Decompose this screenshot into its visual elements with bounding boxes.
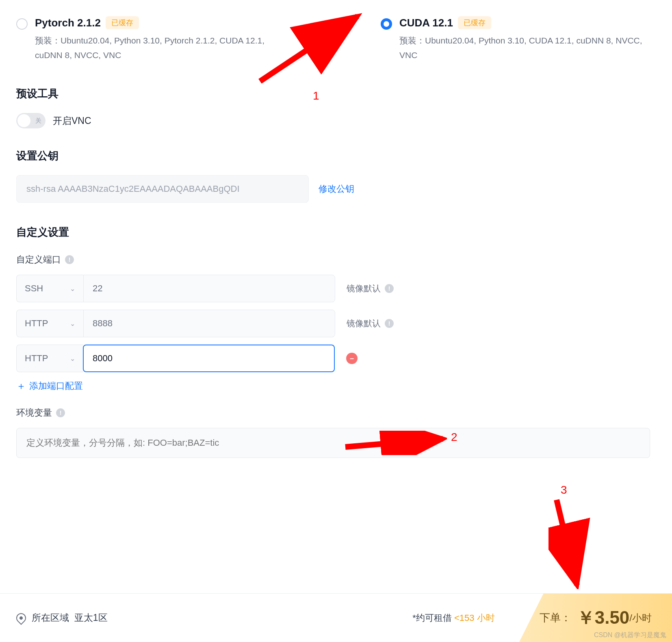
info-icon[interactable]: ! [385, 284, 394, 293]
footer-bar: 所在区域 亚太1区 *约可租借 <153 小时 下单： ￥3.50/小时 [0, 593, 672, 642]
proto-label: SSH [25, 283, 43, 294]
remove-port-button[interactable]: － [346, 353, 358, 364]
radio-pytorch[interactable] [16, 18, 28, 30]
mirror-default-label: 镜像默认 ! [347, 283, 394, 294]
port-input-http-2[interactable] [83, 345, 335, 372]
env-var-label: 环境变量 ! [16, 407, 656, 419]
chevron-down-icon: ⌄ [70, 285, 75, 293]
custom-port-label: 自定义端口 ! [16, 254, 656, 266]
edit-pubkey-link[interactable]: 修改公钥 [319, 183, 354, 195]
proto-select-http-1[interactable]: HTTP ⌄ [16, 310, 83, 337]
cuda-desc: 预装：Ubuntu20.04, Python 3.10, CUDA 12.1, … [399, 33, 656, 62]
proto-select-http-2[interactable]: HTTP ⌄ [16, 345, 83, 372]
proto-select-ssh[interactable]: SSH ⌄ [16, 275, 83, 302]
proto-label: HTTP [25, 318, 48, 329]
cached-badge: 已缓存 [458, 16, 491, 29]
port-row-http-2: HTTP ⌄ － [16, 345, 656, 372]
cuda-title: CUDA 12.1 [399, 17, 453, 29]
env-label-text: 环境变量 [16, 407, 52, 419]
env-var-input[interactable] [16, 428, 650, 458]
pubkey-section: 设置公钥 ssh-rsa AAAAB3NzaC1yc2EAAAADAQABAAA… [16, 149, 656, 203]
chevron-down-icon: ⌄ [70, 320, 75, 328]
location-text: 所在区域 亚太1区 [32, 612, 108, 624]
port-input-http-1[interactable] [83, 310, 335, 337]
port-input-ssh[interactable] [83, 275, 335, 302]
preset-tools-title: 预设工具 [16, 87, 656, 101]
proto-label: HTTP [25, 353, 48, 364]
chevron-down-icon: ⌄ [70, 355, 75, 362]
port-row-http-1: HTTP ⌄ 镜像默认 ! [16, 310, 656, 337]
radio-cuda[interactable] [381, 18, 392, 30]
port-row-ssh: SSH ⌄ 镜像默认 ! [16, 275, 656, 302]
annotation-arrow-3 [548, 496, 597, 589]
info-icon[interactable]: ! [385, 319, 394, 328]
pubkey-display: ssh-rsa AAAAB3NzaC1yc2EAAAADAQABAAABgQDI [16, 175, 309, 203]
add-port-label: 添加端口配置 [29, 380, 83, 392]
order-unit: /小时 [629, 612, 652, 625]
toggle-off-text: 关 [35, 117, 41, 125]
watermark: CSDN @机器学习是魔鬼 [594, 631, 666, 640]
option-cuda[interactable]: CUDA 12.1 已缓存 预装：Ubuntu20.04, Python 3.1… [381, 16, 656, 62]
pytorch-desc: 预装：Ubuntu20.04, Python 3.10, Pytorch 2.1… [35, 33, 291, 62]
order-price: ￥3.50 [577, 606, 630, 630]
pytorch-title: Pytorch 2.1.2 [35, 17, 101, 29]
mirror-default-label: 镜像默认 ! [347, 318, 394, 329]
vnc-label: 开启VNC [53, 115, 91, 127]
toggle-knob [17, 114, 30, 127]
custom-title: 自定义设置 [16, 225, 656, 239]
preset-tools-section: 预设工具 关 开启VNC [16, 87, 656, 128]
cached-badge: 已缓存 [106, 16, 139, 29]
order-label: 下单： [540, 611, 571, 625]
info-icon[interactable]: ! [56, 408, 65, 417]
annotation-3: 3 [561, 484, 567, 497]
image-options-row: Pytorch 2.1.2 已缓存 预装：Ubuntu20.04, Python… [16, 16, 656, 62]
svg-line-5 [557, 500, 577, 585]
custom-settings-section: 自定义设置 自定义端口 ! SSH ⌄ 镜像默认 ! HTTP ⌄ 镜像默认 !… [16, 225, 656, 458]
option-pytorch[interactable]: Pytorch 2.1.2 已缓存 预装：Ubuntu20.04, Python… [16, 16, 291, 62]
custom-port-text: 自定义端口 [16, 254, 61, 266]
rent-estimate: *约可租借 <153 小时 [412, 612, 494, 624]
pubkey-title: 设置公钥 [16, 149, 656, 163]
add-port-button[interactable]: ＋ 添加端口配置 [16, 380, 656, 393]
location-icon [14, 611, 28, 625]
vnc-toggle[interactable]: 关 [16, 113, 46, 128]
plus-icon: ＋ [16, 380, 26, 393]
info-icon[interactable]: ! [65, 255, 74, 264]
